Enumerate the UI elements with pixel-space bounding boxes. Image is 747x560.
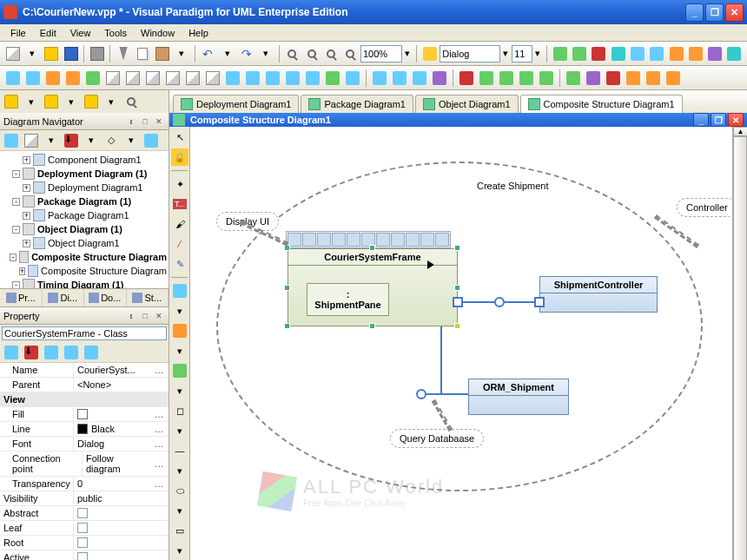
tab-deployment[interactable]: Deployment Diagram1: [173, 95, 299, 113]
minimize-button[interactable]: _: [685, 3, 704, 22]
tb-btn-a[interactable]: [590, 44, 608, 63]
tb2-4[interactable]: [63, 69, 83, 88]
prop-tb-4[interactable]: [62, 343, 81, 362]
ellipsis-icon[interactable]: …: [153, 409, 165, 419]
tb2-1[interactable]: [3, 69, 23, 88]
interface-tool-dd[interactable]: ▾: [171, 342, 188, 359]
ctx-btn[interactable]: [347, 233, 360, 247]
tb2-30[interactable]: [604, 69, 623, 88]
zoom-actual-button[interactable]: [341, 44, 360, 63]
tb2-26[interactable]: [517, 69, 536, 88]
class-tool[interactable]: [171, 282, 188, 300]
redo-dropdown[interactable]: ▾: [256, 44, 274, 63]
sb-tb-7[interactable]: [122, 92, 141, 111]
tb2-27[interactable]: [537, 69, 556, 88]
collaboration-tool-dd[interactable]: ▾: [171, 502, 188, 519]
pencil-tool[interactable]: ✎: [171, 255, 188, 273]
tb-btn-g[interactable]: [706, 44, 724, 63]
ctx-btn[interactable]: [420, 233, 434, 247]
maximize-panel-icon[interactable]: □: [139, 115, 151, 128]
tb2-10[interactable]: [183, 69, 202, 88]
tb2-2[interactable]: [23, 69, 43, 88]
cut-button[interactable]: [114, 44, 132, 63]
tree-item[interactable]: +Package Diagram1: [2, 208, 167, 222]
tb2-18[interactable]: [343, 69, 362, 88]
mini-tab-do[interactable]: Do...: [84, 289, 127, 306]
canvas-maximize-button[interactable]: ❐: [711, 113, 726, 127]
tree-item[interactable]: -Timing Diagram (1): [2, 278, 167, 288]
tab-package[interactable]: Package Diagram1: [301, 95, 413, 113]
tb2-14[interactable]: [263, 69, 282, 88]
tab-composite[interactable]: Composite Structure Diagram1: [520, 95, 683, 113]
class-shipment-controller[interactable]: ShipmentController: [539, 276, 658, 313]
tb2-33[interactable]: [664, 69, 683, 88]
vertical-scrollbar[interactable]: ▲ ▼: [732, 127, 747, 560]
tb2-15[interactable]: [283, 69, 302, 88]
tb2-21[interactable]: [410, 69, 429, 88]
zoom-in-button[interactable]: [283, 44, 301, 63]
tb2-8[interactable]: [143, 69, 162, 88]
tree-toggle-icon[interactable]: +: [23, 156, 30, 164]
tree-item[interactable]: -Object Diagram (1): [2, 222, 167, 236]
wand-tool[interactable]: ✦: [171, 175, 188, 193]
tb-btn-c[interactable]: [628, 44, 646, 63]
new-button[interactable]: [3, 44, 22, 63]
checkbox[interactable]: [77, 523, 88, 533]
sb-tb-1[interactable]: [2, 92, 21, 111]
tb2-5[interactable]: [83, 69, 102, 88]
tree-item[interactable]: +Deployment Diagram1: [2, 181, 167, 194]
interface-tool[interactable]: [171, 322, 188, 339]
collab-label-query-db[interactable]: Query Databaase: [390, 429, 484, 448]
connector[interactable]: [505, 301, 536, 303]
connector[interactable]: [463, 301, 494, 303]
nav-tb-3[interactable]: ▾: [42, 131, 61, 150]
note-tool-dd[interactable]: ▾: [171, 542, 188, 559]
tree-item[interactable]: -Package Diagram (1): [2, 194, 167, 208]
close-panel-icon[interactable]: ✕: [153, 310, 165, 322]
note-tool[interactable]: ▭: [171, 522, 188, 539]
tree-item[interactable]: +Component Diagram1: [2, 153, 167, 167]
port[interactable]: [453, 297, 463, 307]
ellipsis-icon[interactable]: …: [153, 438, 165, 449]
tree-toggle-icon[interactable]: -: [12, 198, 20, 206]
diagram-tree[interactable]: +Component Diagram1-Deployment Diagram (…: [0, 151, 169, 288]
maximize-button[interactable]: ❐: [705, 3, 724, 22]
tb2-7[interactable]: [123, 69, 142, 88]
prop-tb-5[interactable]: [82, 343, 101, 362]
ellipsis-icon[interactable]: …: [153, 458, 165, 469]
tb2-28[interactable]: [564, 69, 583, 88]
interface-circle[interactable]: [416, 389, 426, 399]
tb2-23[interactable]: [457, 69, 476, 88]
undo-button[interactable]: ↶: [199, 44, 217, 63]
prop-tb-1[interactable]: [2, 343, 21, 362]
lock-tool[interactable]: 🔒: [171, 148, 188, 166]
print-button[interactable]: [88, 44, 106, 63]
menu-edit[interactable]: Edit: [33, 26, 63, 40]
zoom-fit-button[interactable]: [321, 44, 340, 63]
nav-tb-5[interactable]: ▾: [82, 131, 101, 150]
refresh-button[interactable]: [551, 44, 569, 63]
text-tool[interactable]: T...: [171, 195, 188, 213]
pin-icon[interactable]: ⫾: [125, 310, 137, 322]
help-button[interactable]: [725, 44, 744, 63]
save-button[interactable]: [62, 44, 80, 63]
scroll-up-icon[interactable]: ▲: [733, 127, 747, 136]
close-panel-icon[interactable]: ✕: [153, 115, 165, 128]
tb-btn-f[interactable]: [686, 44, 704, 63]
tb2-13[interactable]: [243, 69, 262, 88]
tree-toggle-icon[interactable]: +: [23, 212, 30, 220]
close-button[interactable]: ✕: [725, 3, 744, 22]
menu-help[interactable]: Help: [182, 26, 215, 40]
mini-tab-pr[interactable]: Pr...: [0, 289, 43, 306]
zoom-combo[interactable]: ▾: [360, 45, 413, 63]
menu-view[interactable]: View: [63, 26, 98, 40]
collab-label-controller[interactable]: Controller: [677, 198, 732, 217]
class-tool-dd[interactable]: ▾: [171, 302, 188, 320]
checkbox[interactable]: [77, 537, 88, 548]
port-tool-dd[interactable]: ▾: [171, 422, 188, 439]
tb2-11[interactable]: [203, 69, 222, 88]
tree-toggle-icon[interactable]: +: [23, 184, 30, 192]
part-tool-dd[interactable]: ▾: [171, 382, 188, 399]
menu-tools[interactable]: Tools: [97, 26, 134, 40]
tb2-20[interactable]: [390, 69, 409, 88]
